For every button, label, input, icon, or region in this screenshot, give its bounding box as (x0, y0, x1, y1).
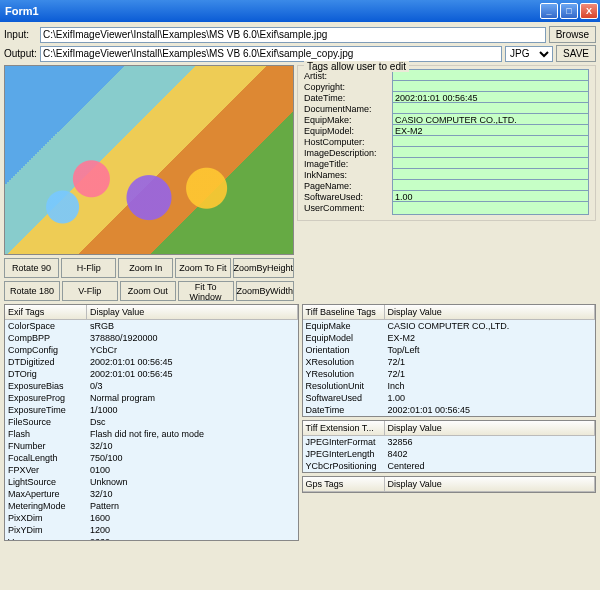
list-item[interactable]: SoftwareUsed1.00 (303, 392, 596, 404)
list-item[interactable]: YCbCrPositioningCentered (303, 460, 596, 472)
rotate-90-button[interactable]: Rotate 90 (4, 258, 59, 278)
list-item[interactable]: EquipMakeCASIO COMPUTER CO.,LTD. (303, 320, 596, 332)
tag-label: SoftwareUsed: (304, 192, 392, 202)
col-header[interactable]: Tiff Extension T... (303, 421, 385, 435)
col-header[interactable]: Display Value (385, 477, 596, 491)
tiff-extension-list[interactable]: Tiff Extension T...Display Value JPEGInt… (302, 420, 597, 473)
fit-to-window-button[interactable]: Fit To Window (178, 281, 234, 301)
tag-label: HostComputer: (304, 137, 392, 147)
editable-tags-group: Tags allow user to edit Artist:Copyright… (297, 65, 596, 221)
tag-label: InkNames: (304, 170, 392, 180)
list-item[interactable]: PixYDim1200 (5, 524, 298, 536)
list-item[interactable]: LightSourceUnknown (5, 476, 298, 488)
tag-label: DocumentName: (304, 104, 392, 114)
tag-label: Copyright: (304, 82, 392, 92)
output-path-field[interactable] (40, 46, 502, 62)
zoom-out-button[interactable]: Zoom Out (120, 281, 176, 301)
tag-label: PageName: (304, 181, 392, 191)
list-item[interactable]: ExposureTime1/1000 (5, 404, 298, 416)
input-path-field[interactable] (40, 27, 546, 43)
list-item[interactable]: OrientationTop/Left (303, 344, 596, 356)
v-flip-button[interactable]: V-Flip (62, 281, 118, 301)
tag-label: UserComment: (304, 203, 392, 213)
list-item[interactable]: ResolutionUnitInch (303, 380, 596, 392)
save-button[interactable]: SAVE (556, 45, 596, 62)
list-item[interactable]: MaxAperture32/10 (5, 488, 298, 500)
tag-label: EquipMake: (304, 115, 392, 125)
close-button[interactable]: X (580, 3, 598, 19)
output-label: Output: (4, 48, 40, 59)
tag-label: EquipModel: (304, 126, 392, 136)
list-item[interactable]: FNumber32/10 (5, 440, 298, 452)
list-item[interactable]: YResolution72/1 (303, 368, 596, 380)
col-header[interactable]: Gps Tags (303, 477, 385, 491)
tag-label: ImageTitle: (304, 159, 392, 169)
tag-label: DateTime: (304, 93, 392, 103)
list-item[interactable]: EquipModelEX-M2 (303, 332, 596, 344)
list-item[interactable]: JPEGInterFormat32856 (303, 436, 596, 448)
exif-tags-list[interactable]: Exif TagsDisplay Value ColorSpacesRGBCom… (4, 304, 299, 541)
list-item[interactable]: FPXVer0100 (5, 464, 298, 476)
col-header[interactable]: Display Value (385, 305, 596, 319)
format-select[interactable]: JPG (505, 46, 553, 62)
list-item[interactable]: ExposureProgNormal program (5, 392, 298, 404)
rotate-180-button[interactable]: Rotate 180 (4, 281, 60, 301)
list-item[interactable]: DTOrig2002:01:01 00:56:45 (5, 368, 298, 380)
h-flip-button[interactable]: H-Flip (61, 258, 116, 278)
list-item[interactable]: CompConfigYCbCr (5, 344, 298, 356)
list-item[interactable]: PixXDim1600 (5, 512, 298, 524)
gps-tags-list[interactable]: Gps TagsDisplay Value (302, 476, 597, 493)
client-area: Input: Browse Output: JPG SAVE Rotate 90… (0, 22, 600, 545)
list-item[interactable]: DTDigitized2002:01:01 00:56:45 (5, 356, 298, 368)
image-preview (4, 65, 294, 255)
tiff-baseline-list[interactable]: Tiff Baseline TagsDisplay Value EquipMak… (302, 304, 597, 417)
list-item[interactable]: Ver0220 (5, 536, 298, 540)
list-item[interactable]: FlashFlash did not fire, auto mode (5, 428, 298, 440)
list-item[interactable]: FileSourceDsc (5, 416, 298, 428)
list-item[interactable]: ColorSpacesRGB (5, 320, 298, 332)
window-title: Form1 (5, 5, 538, 17)
col-header[interactable]: Display Value (87, 305, 298, 319)
col-header[interactable]: Exif Tags (5, 305, 87, 319)
tag-label: ImageDescription: (304, 148, 392, 158)
maximize-button[interactable]: □ (560, 3, 578, 19)
tag-label: Artist: (304, 71, 392, 81)
list-item[interactable]: MeteringModePattern (5, 500, 298, 512)
minimize-button[interactable]: _ (540, 3, 558, 19)
tag-field[interactable] (392, 201, 589, 215)
browse-button[interactable]: Browse (549, 26, 596, 43)
zoom-in-button[interactable]: Zoom In (118, 258, 173, 278)
list-item[interactable]: FocalLength750/100 (5, 452, 298, 464)
zoombyheight-button[interactable]: ZoomByHeight (233, 258, 295, 278)
list-item[interactable]: CompBPP378880/1920000 (5, 332, 298, 344)
zoom-to-fit-button[interactable]: Zoom To Fit (175, 258, 230, 278)
zoombywidth-button[interactable]: ZoomByWidth (236, 281, 295, 301)
col-header[interactable]: Tiff Baseline Tags (303, 305, 385, 319)
list-item[interactable]: XResolution72/1 (303, 356, 596, 368)
col-header[interactable]: Display Value (385, 421, 596, 435)
list-item[interactable]: JPEGInterLength8402 (303, 448, 596, 460)
list-item[interactable]: ExposureBias0/3 (5, 380, 298, 392)
titlebar: Form1 _ □ X (0, 0, 600, 22)
list-item[interactable]: DateTime2002:01:01 00:56:45 (303, 404, 596, 416)
tags-legend: Tags allow user to edit (304, 61, 409, 72)
input-label: Input: (4, 29, 40, 40)
